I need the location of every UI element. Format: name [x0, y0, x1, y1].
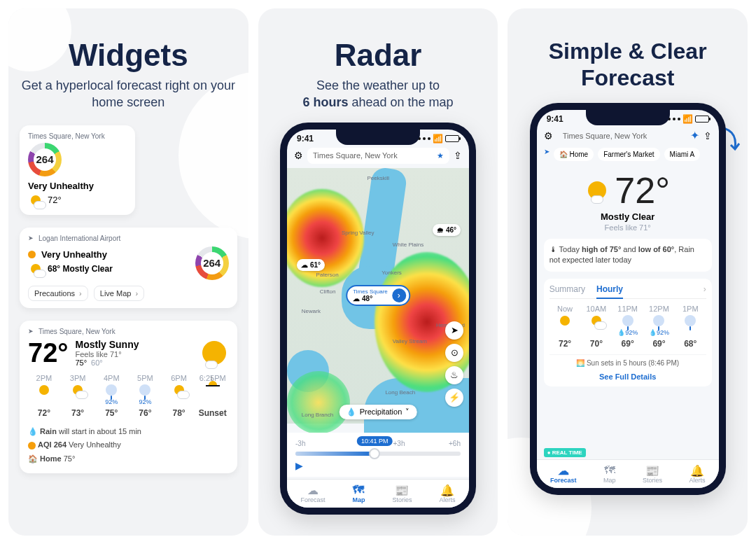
marker-temp: 48° [362, 295, 372, 302]
gear-icon[interactable]: ⚙ [544, 130, 553, 141]
tab-forecast[interactable]: ☁Forecast [550, 464, 577, 484]
play-icon[interactable]: ▶ [295, 460, 461, 471]
widget-location: Times Square, New York [28, 328, 229, 335]
realtime-badge: ● REAL TIME [544, 448, 586, 457]
hour-col: 6PM 78° [163, 374, 195, 418]
map-label: Clifton [320, 288, 336, 295]
hour-col: 5PM 92% 76° [129, 374, 161, 418]
widget-aqi-small[interactable]: Times Square, New York 264 Very Unhealth… [20, 125, 135, 215]
hour-col: 3PM 73° [62, 374, 94, 418]
chevron-right-icon[interactable]: › [392, 288, 406, 302]
alert-icon[interactable]: ⊙ [445, 344, 463, 362]
tab-hourly[interactable]: Hourly [596, 284, 623, 299]
location-search[interactable]: Times Square, New York ★ [307, 148, 449, 164]
app-topbar: ⚙ Times Square, New York ✦ ⇪ [537, 125, 719, 146]
location-marker[interactable]: Times Square ☁ 48° › [346, 285, 410, 306]
layer-selector[interactable]: 💧 Precipitation ˅ [340, 405, 417, 419]
temp-pin[interactable]: 🌧46° [433, 224, 461, 236]
panel-heading: Radar [270, 38, 487, 73]
phone-frame: 9:41 📶 ⚙ Times Square, New York ✦ ⇪ ➤ 🏠 … [530, 103, 726, 495]
star-icon[interactable]: ★ [437, 151, 444, 160]
feels-like: Feels like 71° [537, 223, 719, 232]
aqi-gauge: 264 [28, 143, 62, 176]
tab-map[interactable]: 🗺Map [603, 464, 616, 484]
live-map-chip[interactable]: Live Map [94, 286, 144, 301]
lightning-icon[interactable]: ⚡ [445, 389, 463, 407]
panel-heading: Widgets [20, 38, 237, 73]
phone-screen: 9:41 📶 ⚙ Times Square, New York ★ ⇪ Peek… [287, 130, 469, 508]
aqi-status: Very Unhealthy [41, 249, 107, 260]
current-temp: 72° [28, 338, 68, 368]
temp-condition: 68° Mostly Clear [48, 264, 113, 274]
widget-temp: 72° [48, 195, 62, 205]
locate-icon[interactable]: ➤ [445, 321, 463, 340]
phone-frame: 9:41 📶 ⚙ Times Square, New York ★ ⇪ Peek… [280, 123, 476, 515]
high-temp: 75° [75, 358, 87, 367]
current-condition: Mostly Clear [537, 211, 719, 222]
hour-col: 11PM 💧92% 69° [612, 305, 643, 349]
aqi-status: Very Unhealthy [28, 181, 127, 191]
aqi-note: AQI 264 Very Unhealthy [28, 438, 229, 452]
locate-icon[interactable]: ➤ [544, 148, 550, 161]
weather-icon [28, 193, 43, 208]
widget-forecast-large[interactable]: Times Square, New York 72° Mostly Sunny … [20, 321, 237, 473]
panel-widgets: Widgets Get a hyperlocal forecast right … [8, 8, 248, 536]
low-temp: 60° [91, 358, 103, 367]
map-label: White Plains [393, 242, 424, 248]
share-icon[interactable]: ⇪ [704, 130, 712, 141]
location-chip[interactable]: Farmer's Market [598, 148, 659, 161]
location-chip[interactable]: Miami A [664, 148, 701, 161]
gear-icon[interactable]: ⚙ [294, 150, 303, 161]
temp-pin[interactable]: ☁61° [297, 259, 325, 271]
current-temp-display: 72° [537, 169, 719, 211]
panel-forecast: Simple & Clear Forecast 9:41 📶 ⚙ Times S… [507, 8, 748, 536]
precautions-chip[interactable]: Precautions [28, 286, 88, 301]
search-text: Times Square, New York [313, 151, 398, 160]
timeline-bar[interactable]: 10:41 PM [295, 452, 461, 456]
status-time: 9:41 [547, 114, 564, 124]
aqi-value: 264 [203, 257, 220, 269]
panel-radar: Radar See the weather up to 6 hours ahea… [258, 8, 498, 536]
panel-heading: Simple & Clear Forecast [519, 38, 736, 92]
tab-stories[interactable]: 📰Stories [643, 464, 662, 484]
location-search[interactable]: Times Square, New York [557, 128, 686, 144]
tab-forecast[interactable]: ☁Forecast [300, 484, 325, 503]
tab-alerts[interactable]: 🔔Alerts [439, 484, 455, 503]
aqi-gauge: 264 [195, 246, 229, 280]
weather-icon [28, 261, 43, 277]
phone-notch [586, 110, 670, 125]
hour-col: 1PM 68° [675, 305, 706, 349]
map-label: Yonkers [382, 270, 402, 276]
timeline-now: 10:41 PM [357, 436, 393, 446]
map-label: Peekskill [367, 175, 389, 181]
timeline-knob[interactable] [369, 448, 380, 459]
search-text: Times Square, New York [563, 132, 648, 140]
timeline[interactable]: -3h +3h +6h 10:41 PM ▶ [287, 433, 469, 477]
widget-location: Logan International Airport [28, 235, 229, 242]
app-topbar: ⚙ Times Square, New York ★ ⇪ [287, 145, 469, 167]
fire-icon[interactable]: ♨ [445, 366, 463, 384]
tab-summary[interactable]: Summary [550, 284, 585, 294]
tab-map[interactable]: 🗺Map [352, 484, 365, 503]
weather-icon [585, 179, 609, 202]
hour-col: Now 72° [550, 305, 581, 349]
current-temp: 72° [615, 169, 670, 211]
widget-airport[interactable]: Logan International Airport Very Unhealt… [20, 228, 237, 308]
see-full-details[interactable]: See Full Details [550, 372, 706, 381]
hour-col: 12PM 💧92% 69° [643, 305, 675, 349]
share-icon[interactable]: ⇪ [454, 150, 462, 161]
hourly-row: Now 72° 10AM 70° 11PM 💧92% 69° 12PM 💧92%… [550, 305, 706, 349]
today-summary-card: 🌡 Today high of 75° and low of 60°, Rain… [544, 239, 712, 272]
chevron-right-icon[interactable]: › [704, 284, 706, 294]
radar-map[interactable]: Peekskill Spring Valley White Plains Yon… [287, 168, 469, 424]
widget-location: Times Square, New York [28, 132, 127, 140]
hour-col: 4PM 92% 75° [95, 374, 127, 418]
panel-subtitle: See the weather up to 6 hours ahead on t… [270, 77, 487, 111]
location-chip[interactable]: 🏠 Home [554, 148, 594, 161]
star-outline-icon[interactable]: ✦ [690, 129, 699, 142]
tab-alerts[interactable]: 🔔Alerts [689, 464, 705, 484]
tab-stories[interactable]: 📰Stories [392, 484, 412, 503]
tl-mark: -3h [295, 440, 305, 447]
aqi-value: 264 [36, 153, 53, 165]
status-time: 9:41 [297, 134, 314, 144]
